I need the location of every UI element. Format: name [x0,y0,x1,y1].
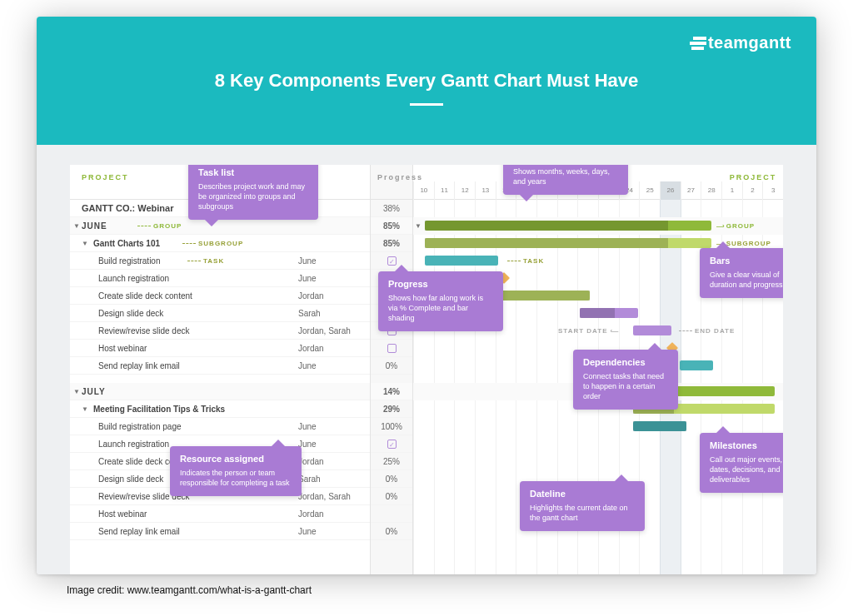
gantt-bar-task[interactable] [633,421,686,431]
task-row[interactable]: Launch registration [70,270,295,287]
stage: PROJECT GANTT CO.: Webinar ▼JUNEGROUP ▼G… [37,145,816,574]
subgroup-row[interactable]: ▼Gantt Charts 101SUBGROUP [70,235,295,252]
task-tag-tl: TASK [505,252,544,270]
timeline-day: 26 [660,181,681,200]
assigned-cell: Jordan [295,505,370,523]
callout-dependencies: DependenciesConnect tasks that need to h… [573,350,678,410]
timeline-day: 1 [721,181,742,200]
assigned-cell: Sarah [295,305,370,322]
subgroup-row[interactable]: ▼Meeting Facilitation Tips & Tricks [70,400,295,418]
infographic-card: teamgantt 8 Key Components Every Gantt C… [37,17,816,574]
progress-cell: 14% [371,383,412,400]
brand-text: teamgantt [708,33,791,52]
brand-icon [690,37,706,50]
gantt-bar-subgroup[interactable] [425,238,711,248]
callout-timeline: TimelineShows months, weeks, days, and y… [503,165,628,195]
task-row[interactable]: Review/revise slide deck [70,322,295,340]
callout-milestones: MilestonesCall out major events, dates, … [700,433,783,493]
checkbox-icon [387,440,397,449]
chevron-down-icon: ▼ [73,383,80,400]
progress-column: Progress 38% 85% 85% 0% 14% 29% 100% [370,165,413,574]
timeline-day: 2 [742,181,763,200]
page-title: 8 Key Components Every Gantt Chart Must … [37,17,816,92]
checkbox-icon [387,344,397,353]
task-row[interactable]: Design slide deck [70,305,295,322]
progress-cell: 25% [371,453,412,470]
timeline-day: 3 [762,181,783,200]
chevron-down-icon: ▼ [82,235,88,252]
assigned-cell: June [295,357,370,375]
task-row[interactable]: Send replay link email [70,523,295,540]
progress-cell: 85% [371,235,412,252]
assigned-cell: Jordan [295,287,370,305]
gantt-sheet: PROJECT GANTT CO.: Webinar ▼JUNEGROUP ▼G… [70,165,783,574]
task-row[interactable]: Send replay link email [70,357,295,375]
assigned-cell: June [295,523,370,540]
progress-cell: 0% [371,488,412,505]
task-tag: TASK [185,252,224,270]
group-row-june[interactable]: ▼JUNEGROUP [70,217,295,235]
timeline-day: 28 [701,181,721,200]
progress-cell: 100% [371,418,412,435]
gantt-bar-task[interactable] [633,325,671,335]
project-label-left: PROJECT [82,173,129,181]
gantt-bar-task[interactable] [580,308,638,318]
timeline-day: 25 [639,181,660,200]
task-list-column: PROJECT GANTT CO.: Webinar ▼JUNEGROUP ▼G… [70,165,295,574]
title-underline [410,103,443,106]
end-date-tag: END DATE [676,322,735,340]
brand-logo: teamgantt [690,33,791,52]
assigned-cell: Jordan [295,453,370,470]
callout-resource: Resource assignedIndicates the person or… [170,446,302,496]
assigned-cell: June [295,252,370,270]
chevron-down-icon: ▼ [82,400,88,418]
subgroup-tag: SUBGROUP [180,235,243,252]
gantt-bar-task[interactable] [680,360,713,370]
image-credit: Image credit: www.teamgantt.com/what-is-… [67,584,312,596]
project-label-right: PROJECT [723,173,783,181]
assigned-cell: June [295,270,370,287]
group-tag: GROUP [135,217,182,235]
assigned-column: June June Jordan Sarah Jordan, Sarah Jor… [295,165,370,574]
assigned-cell: June [295,435,370,453]
callout-dateline: DatelineHighlights the current date on t… [520,481,645,531]
timeline-day: 11 [434,181,455,200]
timeline-day: 10 [413,181,434,200]
gantt-bar-task[interactable] [425,256,498,266]
progress-cell [371,505,412,523]
assigned-cell: Jordan, Sarah [295,322,370,340]
callout-bars: BarsGive a clear visual of duration and … [700,248,783,298]
progress-cell: 38% [371,200,412,217]
assigned-cell: June [295,418,370,435]
progress-cell[interactable] [371,340,412,357]
progress-cell: 0% [371,357,412,375]
gantt-bar-group[interactable] [425,221,711,231]
progress-cell: 29% [371,400,412,418]
task-row[interactable]: Build registration page [70,418,295,435]
callout-tasklist: Task listDescribes project work and may … [188,165,318,220]
chevron-down-icon: ▼ [73,217,80,235]
timeline-day: 13 [475,181,496,200]
assigned-cell: Sarah [295,470,370,488]
gantt-bar-task[interactable] [498,291,590,301]
task-body: GANTT CO.: Webinar ▼JUNEGROUP ▼Gantt Cha… [70,200,295,574]
start-date-tag: START DATE [558,322,617,340]
group-tag-tl: GROUP [716,217,755,235]
progress-cell: 0% [371,523,412,540]
task-row[interactable]: Create slide deck content [70,287,295,305]
progress-cell: 0% [371,470,412,488]
task-row[interactable]: Host webinar [70,340,295,357]
task-row[interactable]: Host webinar [70,505,295,523]
assigned-cell: Jordan [295,340,370,357]
group-row-july[interactable]: ▼JULY [70,383,295,400]
progress-cell: 85% [371,217,412,235]
task-row[interactable]: Build registrationTASK [70,252,295,270]
header: teamgantt 8 Key Components Every Gantt C… [37,17,816,145]
progress-cell[interactable] [371,435,412,453]
timeline-day: 12 [454,181,475,200]
timeline-day: 27 [681,181,701,200]
assigned-cell: Jordan, Sarah [295,488,370,505]
callout-progress: ProgressShows how far along work is via … [378,271,503,331]
